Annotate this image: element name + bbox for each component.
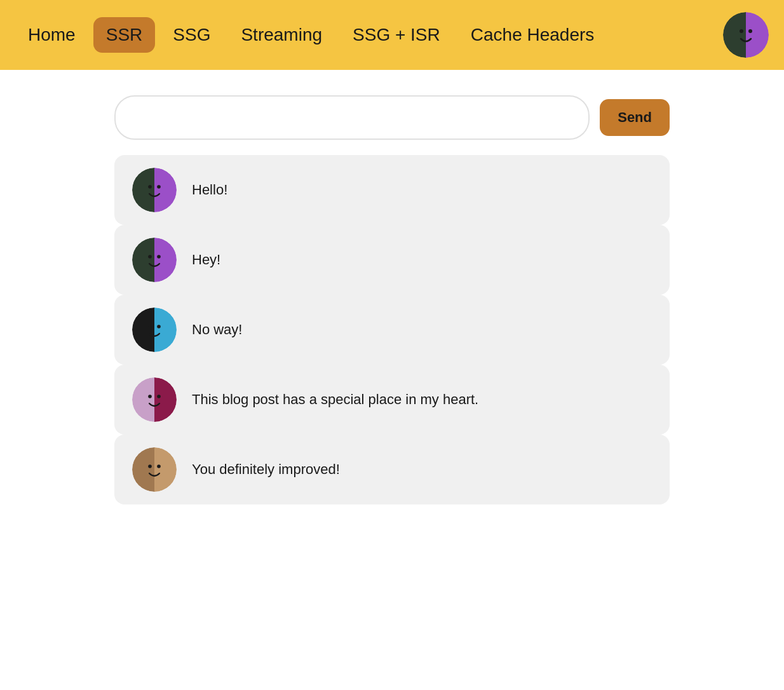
message-avatar [132,308,177,352]
nav-item-streaming[interactable]: Streaming [228,17,335,53]
svg-point-10 [157,185,161,189]
message-text: Hello! [192,182,227,198]
main-content: Send Hello! [0,70,784,530]
send-button[interactable]: Send [600,99,670,136]
svg-point-14 [148,255,152,259]
svg-rect-1 [723,12,746,58]
message-avatar [132,168,177,212]
nav-item-ssg-isr[interactable]: SSG + ISR [340,17,453,53]
nav-item-ssg[interactable]: SSG [160,17,223,53]
svg-point-4 [740,29,743,33]
svg-point-20 [157,325,161,328]
svg-rect-18 [154,308,177,352]
message-input[interactable] [114,95,590,140]
message-text: This blog post has a special place in my… [192,391,478,408]
svg-point-30 [157,464,161,468]
svg-point-25 [157,395,161,398]
message-text: No way! [192,321,242,338]
svg-rect-7 [132,168,154,212]
nav-item-cache-headers[interactable]: Cache Headers [458,17,607,53]
message-card: You definitely improved! [114,435,670,504]
svg-point-9 [148,185,152,189]
message-avatar [132,447,177,492]
svg-point-19 [148,325,152,328]
nav-item-ssr[interactable]: SSR [93,17,156,53]
svg-rect-22 [132,377,154,422]
message-text: You definitely improved! [192,461,340,478]
nav-items: HomeSSRSSGStreamingSSG + ISRCache Header… [15,17,718,53]
message-card: No way! [114,295,670,365]
svg-point-24 [148,395,152,398]
nav-item-home[interactable]: Home [15,17,88,53]
svg-rect-28 [154,447,177,492]
navigation: HomeSSRSSGStreamingSSG + ISRCache Header… [0,0,784,70]
svg-point-29 [148,464,152,468]
svg-rect-27 [132,447,154,492]
svg-rect-13 [154,238,177,282]
message-card: Hey! [114,225,670,295]
svg-rect-8 [154,168,177,212]
message-card: This blog post has a special place in my… [114,365,670,435]
svg-rect-17 [132,308,154,352]
message-text: Hey! [192,252,220,268]
svg-rect-12 [132,238,154,282]
message-avatar [132,377,177,422]
svg-rect-23 [154,377,177,422]
nav-avatar[interactable] [723,12,769,58]
message-avatar [132,238,177,282]
messages-container: Hello! Hey! [114,155,670,504]
svg-point-5 [748,29,752,33]
svg-point-15 [157,255,161,259]
input-row: Send [114,95,670,140]
svg-rect-2 [746,12,769,58]
message-card: Hello! [114,155,670,225]
